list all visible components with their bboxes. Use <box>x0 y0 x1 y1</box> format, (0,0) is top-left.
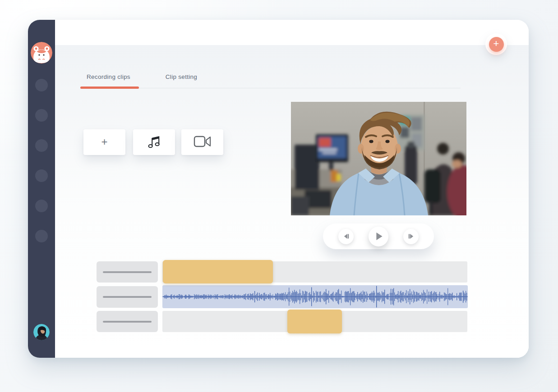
audio-waveform-graphic <box>162 285 468 308</box>
avatar-graphic <box>33 324 50 340</box>
track-3-clip[interactable] <box>287 310 342 333</box>
video-preview[interactable] <box>291 102 466 215</box>
sidebar-nav-item-5[interactable] <box>35 200 48 212</box>
plus-icon[interactable]: + <box>489 37 504 52</box>
sidebar-nav-item-3[interactable] <box>35 139 48 152</box>
play-icon <box>375 232 383 241</box>
sidebar-nav-item-4[interactable] <box>35 169 48 182</box>
track-2-waveform[interactable] <box>162 285 468 308</box>
step-backward-button[interactable] <box>338 229 354 244</box>
monkey-logo-icon[interactable] <box>31 42 52 64</box>
video-frame-image <box>291 102 466 215</box>
sidebar-nav-item-6[interactable] <box>35 230 48 242</box>
sidebar-nav <box>35 79 48 242</box>
step-backward-icon <box>343 233 350 239</box>
sidebar-nav-item-1[interactable] <box>35 79 48 91</box>
sidebar <box>28 20 55 358</box>
main-content: + Recording clips Clip setting + <box>55 20 529 358</box>
step-forward-icon <box>408 233 415 239</box>
track-label-placeholder <box>103 271 152 273</box>
app-window: + Recording clips Clip setting + <box>28 20 529 358</box>
track-3-label[interactable] <box>97 311 158 332</box>
add-media-button[interactable]: + <box>83 129 125 155</box>
tab-clip-setting[interactable]: Clip setting <box>159 73 203 80</box>
playback-controls <box>323 223 434 249</box>
track-1-label[interactable] <box>97 261 158 283</box>
track-label-placeholder <box>103 296 152 298</box>
add-clip-fab[interactable]: + <box>485 33 507 55</box>
user-avatar[interactable] <box>33 324 50 340</box>
sidebar-nav-item-2[interactable] <box>35 109 48 122</box>
track-1-clip[interactable] <box>163 260 273 283</box>
video-camera-icon <box>194 135 212 150</box>
active-tab-indicator <box>80 87 139 89</box>
add-music-button[interactable] <box>133 129 175 155</box>
step-forward-button[interactable] <box>403 229 419 244</box>
music-note-icon <box>146 134 162 151</box>
play-button[interactable] <box>369 227 388 246</box>
track-2-label[interactable] <box>97 286 158 308</box>
plus-icon: + <box>101 137 107 148</box>
track-label-placeholder <box>103 321 152 323</box>
tab-bar: Recording clips Clip setting <box>80 73 203 80</box>
add-video-button[interactable] <box>181 129 223 155</box>
tab-recording-clips[interactable]: Recording clips <box>80 73 137 80</box>
monkey-logo-graphic <box>31 42 52 64</box>
